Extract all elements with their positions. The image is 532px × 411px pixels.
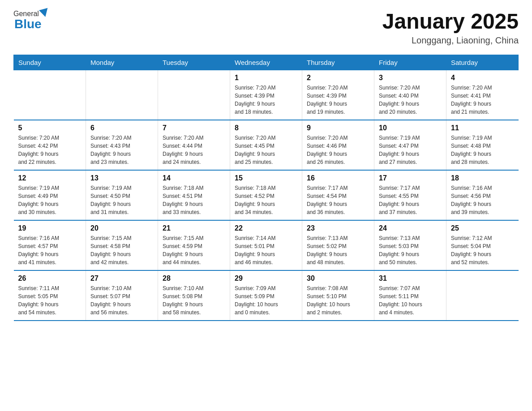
day-info: Sunrise: 7:20 AMSunset: 4:40 PMDaylight:… bbox=[379, 84, 442, 116]
day-number: 7 bbox=[163, 124, 225, 132]
day-info: Sunrise: 7:20 AMSunset: 4:41 PMDaylight:… bbox=[451, 84, 514, 116]
day-number: 27 bbox=[90, 274, 153, 283]
day-info: Sunrise: 7:11 AMSunset: 5:05 PMDaylight:… bbox=[18, 284, 82, 317]
day-info: Sunrise: 7:13 AMSunset: 5:02 PMDaylight:… bbox=[307, 234, 369, 266]
calendar-cell: 9Sunrise: 7:20 AMSunset: 4:46 PMDaylight… bbox=[302, 120, 374, 170]
day-info: Sunrise: 7:09 AMSunset: 5:09 PMDaylight:… bbox=[235, 284, 297, 317]
logo-blue-text: Blue bbox=[13, 17, 42, 31]
calendar-cell: 28Sunrise: 7:10 AMSunset: 5:08 PMDayligh… bbox=[158, 270, 230, 321]
calendar-body: 1Sunrise: 7:20 AMSunset: 4:39 PMDaylight… bbox=[14, 70, 519, 321]
day-number: 10 bbox=[379, 124, 442, 132]
day-number: 31 bbox=[379, 274, 442, 283]
calendar-cell bbox=[158, 70, 230, 120]
day-info: Sunrise: 7:15 AMSunset: 4:58 PMDaylight:… bbox=[90, 234, 153, 266]
day-number: 5 bbox=[18, 124, 82, 132]
day-number: 22 bbox=[235, 224, 297, 232]
day-info: Sunrise: 7:19 AMSunset: 4:49 PMDaylight:… bbox=[18, 184, 82, 216]
day-info: Sunrise: 7:20 AMSunset: 4:39 PMDaylight:… bbox=[307, 84, 369, 116]
page-header: General Blue January 2025 Longgang, Liao… bbox=[13, 9, 519, 46]
calendar-cell: 14Sunrise: 7:18 AMSunset: 4:51 PMDayligh… bbox=[158, 170, 230, 220]
calendar-cell bbox=[14, 70, 86, 120]
day-info: Sunrise: 7:07 AMSunset: 5:11 PMDaylight:… bbox=[379, 284, 442, 317]
day-info: Sunrise: 7:13 AMSunset: 5:03 PMDaylight:… bbox=[379, 234, 442, 266]
day-number: 3 bbox=[379, 74, 442, 82]
calendar-cell: 15Sunrise: 7:18 AMSunset: 4:52 PMDayligh… bbox=[230, 170, 302, 220]
day-number: 6 bbox=[90, 124, 153, 132]
calendar-cell: 19Sunrise: 7:16 AMSunset: 4:57 PMDayligh… bbox=[14, 220, 86, 270]
week-row-2: 5Sunrise: 7:20 AMSunset: 4:42 PMDaylight… bbox=[14, 120, 519, 170]
day-number: 2 bbox=[307, 74, 369, 82]
week-row-4: 19Sunrise: 7:16 AMSunset: 4:57 PMDayligh… bbox=[14, 220, 519, 270]
calendar-cell: 24Sunrise: 7:13 AMSunset: 5:03 PMDayligh… bbox=[374, 220, 446, 270]
day-number: 17 bbox=[379, 174, 442, 182]
calendar-cell: 22Sunrise: 7:14 AMSunset: 5:01 PMDayligh… bbox=[230, 220, 302, 270]
day-info: Sunrise: 7:17 AMSunset: 4:55 PMDaylight:… bbox=[379, 184, 442, 216]
title-block: January 2025 Longgang, Liaoning, China bbox=[382, 9, 519, 46]
week-row-5: 26Sunrise: 7:11 AMSunset: 5:05 PMDayligh… bbox=[14, 270, 519, 321]
calendar-cell: 31Sunrise: 7:07 AMSunset: 5:11 PMDayligh… bbox=[374, 270, 446, 321]
calendar-cell: 26Sunrise: 7:11 AMSunset: 5:05 PMDayligh… bbox=[14, 270, 86, 321]
day-number: 16 bbox=[307, 174, 369, 182]
day-info: Sunrise: 7:16 AMSunset: 4:57 PMDaylight:… bbox=[18, 234, 82, 266]
day-number: 23 bbox=[307, 224, 369, 232]
logo: General Blue bbox=[13, 9, 49, 31]
calendar-cell: 8Sunrise: 7:20 AMSunset: 4:45 PMDaylight… bbox=[230, 120, 302, 170]
calendar-cell bbox=[86, 70, 158, 120]
day-info: Sunrise: 7:18 AMSunset: 4:52 PMDaylight:… bbox=[235, 184, 297, 216]
calendar-cell: 27Sunrise: 7:10 AMSunset: 5:07 PMDayligh… bbox=[86, 270, 158, 321]
day-number: 28 bbox=[163, 274, 225, 283]
day-number: 21 bbox=[163, 224, 225, 232]
day-number: 9 bbox=[307, 124, 369, 132]
day-number: 1 bbox=[235, 74, 297, 82]
logo-triangle-icon bbox=[39, 8, 50, 18]
weekday-header-sunday: Sunday bbox=[14, 55, 86, 70]
calendar-cell: 2Sunrise: 7:20 AMSunset: 4:39 PMDaylight… bbox=[302, 70, 374, 120]
week-row-3: 12Sunrise: 7:19 AMSunset: 4:49 PMDayligh… bbox=[14, 170, 519, 220]
day-info: Sunrise: 7:20 AMSunset: 4:39 PMDaylight:… bbox=[235, 84, 297, 116]
day-number: 13 bbox=[90, 174, 153, 182]
weekday-header-tuesday: Tuesday bbox=[158, 55, 230, 70]
day-number: 8 bbox=[235, 124, 297, 132]
calendar-cell bbox=[446, 270, 519, 321]
day-info: Sunrise: 7:12 AMSunset: 5:04 PMDaylight:… bbox=[451, 234, 514, 266]
calendar-cell: 10Sunrise: 7:19 AMSunset: 4:47 PMDayligh… bbox=[374, 120, 446, 170]
day-info: Sunrise: 7:16 AMSunset: 4:56 PMDaylight:… bbox=[451, 184, 514, 216]
calendar-cell: 30Sunrise: 7:08 AMSunset: 5:10 PMDayligh… bbox=[302, 270, 374, 321]
day-number: 14 bbox=[163, 174, 225, 182]
week-row-1: 1Sunrise: 7:20 AMSunset: 4:39 PMDaylight… bbox=[14, 70, 519, 120]
day-number: 12 bbox=[18, 174, 82, 182]
day-number: 15 bbox=[235, 174, 297, 182]
weekday-header-wednesday: Wednesday bbox=[230, 55, 302, 70]
calendar-cell: 4Sunrise: 7:20 AMSunset: 4:41 PMDaylight… bbox=[446, 70, 519, 120]
day-number: 20 bbox=[90, 224, 153, 232]
day-info: Sunrise: 7:19 AMSunset: 4:50 PMDaylight:… bbox=[90, 184, 153, 216]
weekday-header-friday: Friday bbox=[374, 55, 446, 70]
calendar-header: SundayMondayTuesdayWednesdayThursdayFrid… bbox=[14, 55, 519, 70]
day-info: Sunrise: 7:19 AMSunset: 4:48 PMDaylight:… bbox=[451, 134, 514, 166]
day-number: 4 bbox=[451, 74, 514, 82]
day-info: Sunrise: 7:10 AMSunset: 5:08 PMDaylight:… bbox=[163, 284, 225, 317]
day-info: Sunrise: 7:17 AMSunset: 4:54 PMDaylight:… bbox=[307, 184, 369, 216]
calendar-cell: 21Sunrise: 7:15 AMSunset: 4:59 PMDayligh… bbox=[158, 220, 230, 270]
weekday-header-saturday: Saturday bbox=[446, 55, 519, 70]
calendar-title: January 2025 bbox=[382, 9, 519, 34]
calendar-cell: 29Sunrise: 7:09 AMSunset: 5:09 PMDayligh… bbox=[230, 270, 302, 321]
calendar-cell: 3Sunrise: 7:20 AMSunset: 4:40 PMDaylight… bbox=[374, 70, 446, 120]
day-info: Sunrise: 7:15 AMSunset: 4:59 PMDaylight:… bbox=[163, 234, 225, 266]
calendar-cell: 25Sunrise: 7:12 AMSunset: 5:04 PMDayligh… bbox=[446, 220, 519, 270]
day-number: 29 bbox=[235, 274, 297, 283]
calendar-cell: 5Sunrise: 7:20 AMSunset: 4:42 PMDaylight… bbox=[14, 120, 86, 170]
calendar-subtitle: Longgang, Liaoning, China bbox=[382, 35, 519, 46]
day-info: Sunrise: 7:20 AMSunset: 4:46 PMDaylight:… bbox=[307, 134, 369, 166]
weekday-header-monday: Monday bbox=[86, 55, 158, 70]
day-info: Sunrise: 7:10 AMSunset: 5:07 PMDaylight:… bbox=[90, 284, 153, 317]
calendar-cell: 18Sunrise: 7:16 AMSunset: 4:56 PMDayligh… bbox=[446, 170, 519, 220]
calendar-cell: 1Sunrise: 7:20 AMSunset: 4:39 PMDaylight… bbox=[230, 70, 302, 120]
day-info: Sunrise: 7:20 AMSunset: 4:43 PMDaylight:… bbox=[90, 134, 153, 166]
calendar-cell: 7Sunrise: 7:20 AMSunset: 4:44 PMDaylight… bbox=[158, 120, 230, 170]
weekday-header-thursday: Thursday bbox=[302, 55, 374, 70]
day-number: 30 bbox=[307, 274, 369, 283]
calendar-cell: 23Sunrise: 7:13 AMSunset: 5:02 PMDayligh… bbox=[302, 220, 374, 270]
calendar-table: SundayMondayTuesdayWednesdayThursdayFrid… bbox=[13, 55, 519, 321]
day-number: 18 bbox=[451, 174, 514, 182]
